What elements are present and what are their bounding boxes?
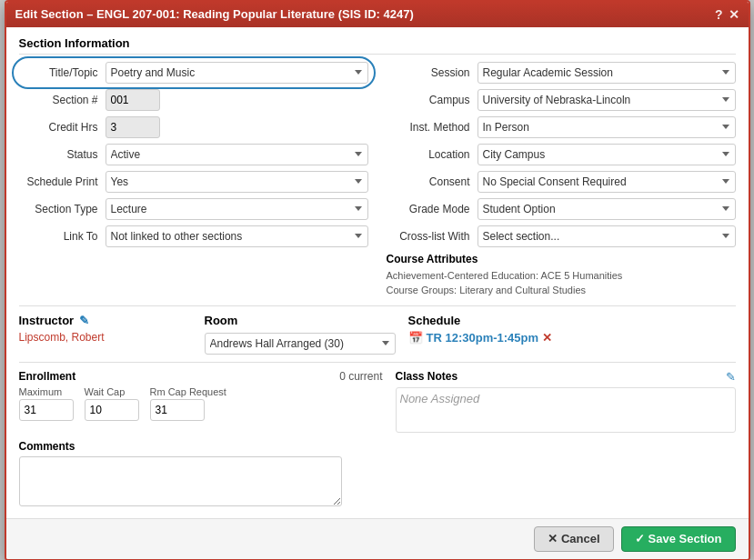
dialog-title: Edit Section – ENGL 207-001: Reading Pop… (15, 7, 414, 21)
consent-select[interactable]: No Special Consent Required (478, 171, 736, 193)
enrollment-notes-row: Enrollment 0 current Maximum Wait Cap Rm… (19, 370, 736, 433)
maximum-label: Maximum (19, 386, 74, 397)
room-block-title: Room (205, 314, 396, 327)
cancel-icon: ✕ (548, 532, 558, 545)
campus-label: Campus (387, 94, 478, 106)
room-block: Room Andrews Hall Arranged (30) (205, 314, 396, 355)
section-info-heading: Section Information (19, 36, 736, 55)
course-attrs-heading: Course Attributes (387, 253, 736, 265)
location-select[interactable]: City Campus East Campus (478, 144, 736, 165)
status-label: Status (19, 148, 106, 161)
status-select[interactable]: Active Inactive (106, 144, 368, 165)
wait-cap-label: Wait Cap (85, 386, 139, 397)
instructor-room-schedule-row: Instructor ✎ Lipscomb, Robert Room Andre… (19, 314, 736, 355)
class-notes-value: None Assigned (400, 392, 480, 405)
calendar-icon: 📅 (408, 331, 423, 345)
enrollment-header: Enrollment 0 current (19, 370, 383, 383)
instructor-edit-icon[interactable]: ✎ (79, 314, 89, 327)
cancel-button[interactable]: ✕ Cancel (534, 526, 614, 552)
rm-cap-field: Rm Cap Request (150, 386, 226, 421)
inst-method-row: Inst. Method In Person Online Hybrid (387, 116, 736, 138)
right-form-col: Session Regular Academic Session Campus … (387, 62, 736, 298)
comments-textarea[interactable] (19, 456, 342, 506)
campus-select[interactable]: University of Nebraska-Lincoln (478, 89, 736, 111)
wait-cap-input[interactable] (85, 399, 139, 421)
schedule-time-value[interactable]: TR 12:30pm-1:45pm (427, 331, 539, 345)
schedule-block-title: Schedule (408, 314, 736, 327)
instructor-name[interactable]: Lipscomb, Robert (19, 331, 192, 344)
class-notes-heading: Class Notes (396, 370, 458, 383)
dialog-header: Edit Section – ENGL 207-001: Reading Pop… (6, 2, 749, 27)
credit-hrs-row: Credit Hrs (19, 116, 368, 138)
schedule-heading: Schedule (408, 314, 461, 327)
save-button[interactable]: ✓ Save Section (621, 526, 736, 552)
campus-row: Campus University of Nebraska-Lincoln (387, 89, 736, 111)
link-to-label: Link To (19, 230, 106, 243)
close-icon[interactable]: ✕ (729, 7, 739, 22)
schedule-print-select[interactable]: Yes No (106, 171, 368, 193)
grade-mode-label: Grade Mode (387, 203, 478, 215)
location-row: Location City Campus East Campus (387, 144, 736, 165)
enrollment-block: Enrollment 0 current Maximum Wait Cap Rm… (19, 370, 383, 433)
credit-hrs-label: Credit Hrs (19, 121, 106, 134)
save-icon: ✓ (635, 532, 645, 545)
title-topic-label: Title/Topic (19, 66, 106, 79)
remove-schedule-icon[interactable]: ✕ (542, 331, 552, 345)
section-divider (19, 305, 736, 306)
crosslist-select[interactable]: Select section... (478, 225, 736, 247)
rm-cap-input[interactable] (150, 399, 205, 421)
credit-hrs-input[interactable] (106, 116, 160, 138)
consent-row: Consent No Special Consent Required (387, 171, 736, 193)
left-form-col: Title/Topic Poetry and Music Section # C… (19, 62, 368, 298)
form-layout: Title/Topic Poetry and Music Section # C… (19, 62, 736, 298)
enrollment-fields: Maximum Wait Cap Rm Cap Request (19, 386, 383, 421)
crosslist-row: Cross-list With Select section... (387, 225, 736, 247)
link-to-select[interactable]: Not linked to other sections (106, 225, 368, 247)
schedule-print-label: Schedule Print (19, 175, 106, 188)
session-select[interactable]: Regular Academic Session (478, 62, 736, 84)
inst-method-label: Inst. Method (387, 121, 478, 134)
class-notes-edit-icon[interactable]: ✎ (726, 370, 736, 384)
title-topic-row: Title/Topic Poetry and Music (19, 62, 368, 84)
inst-method-select[interactable]: In Person Online Hybrid (478, 116, 736, 138)
maximum-input[interactable] (19, 399, 74, 421)
section-divider-2 (19, 362, 736, 363)
instructor-heading: Instructor (19, 314, 75, 327)
section-type-label: Section Type (19, 203, 106, 215)
dialog-footer: ✕ Cancel ✓ Save Section (6, 518, 749, 559)
cancel-label: Cancel (561, 532, 600, 545)
title-topic-select[interactable]: Poetry and Music (106, 62, 368, 84)
schedule-time: 📅 TR 12:30pm-1:45pm ✕ (408, 331, 736, 345)
section-num-input[interactable] (106, 89, 160, 111)
session-label: Session (387, 66, 478, 79)
room-heading: Room (205, 314, 238, 327)
comments-block: Comments (19, 440, 736, 509)
class-notes-header: Class Notes ✎ (396, 370, 736, 384)
header-icons: ? ✕ (715, 7, 739, 22)
course-attrs-block: Course Attributes Achievement-Centered E… (387, 253, 736, 298)
wait-cap-field: Wait Cap (85, 386, 139, 421)
section-num-row: Section # (19, 89, 368, 111)
session-row: Session Regular Academic Session (387, 62, 736, 84)
maximum-field: Maximum (19, 386, 74, 421)
dialog-body: Section Information Title/Topic Poetry a… (6, 27, 749, 518)
help-icon[interactable]: ? (715, 7, 723, 22)
section-type-row: Section Type Lecture Lab Seminar (19, 198, 368, 220)
grade-mode-row: Grade Mode Student Option (387, 198, 736, 220)
course-attrs-line1: Achievement-Centered Education: ACE 5 Hu… (387, 268, 736, 284)
section-type-select[interactable]: Lecture Lab Seminar (106, 198, 368, 220)
instructor-block-title: Instructor ✎ (19, 314, 192, 327)
edit-section-dialog: Edit Section – ENGL 207-001: Reading Pop… (5, 0, 750, 560)
section-num-label: Section # (19, 94, 106, 106)
grade-mode-select[interactable]: Student Option (478, 198, 736, 220)
class-notes-content: None Assigned (396, 387, 736, 433)
save-label: Save Section (648, 532, 722, 545)
enrollment-heading: Enrollment (19, 370, 76, 383)
schedule-block: Schedule 📅 TR 12:30pm-1:45pm ✕ (408, 314, 736, 355)
comments-heading: Comments (19, 440, 736, 453)
room-select[interactable]: Andrews Hall Arranged (30) (205, 333, 396, 355)
schedule-print-row: Schedule Print Yes No (19, 171, 368, 193)
enrollment-current: 0 current (339, 370, 382, 383)
instructor-block: Instructor ✎ Lipscomb, Robert (19, 314, 192, 355)
rm-cap-label: Rm Cap Request (150, 386, 226, 397)
